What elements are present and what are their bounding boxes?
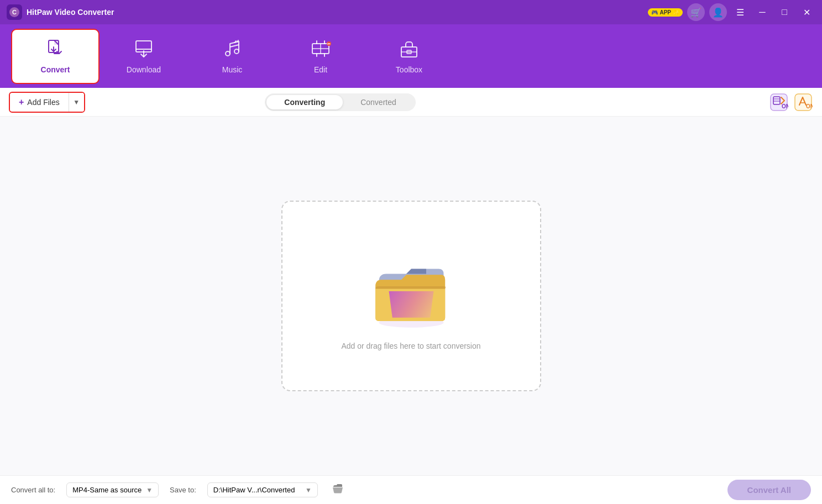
title-bar-right: 🎮 APP ✨ 🛒 👤 ☰ ─ □ ✕ xyxy=(648,3,815,21)
minimize-button[interactable]: ─ xyxy=(753,4,771,20)
path-dropdown-arrow-icon: ▼ xyxy=(305,486,312,494)
main-content: Add or drag files here to start conversi… xyxy=(0,117,822,475)
nav-label-convert: Convert xyxy=(41,65,70,74)
dropdown-arrow-icon: ▼ xyxy=(73,98,80,106)
hw-accel-2-button[interactable]: ON xyxy=(793,92,813,112)
format-dropdown-arrow-icon: ▼ xyxy=(146,486,153,494)
nav-item-download[interactable]: Download xyxy=(100,29,188,84)
nav-label-toolbox: Toolbox xyxy=(396,65,422,74)
toolbox-icon xyxy=(399,38,420,62)
save-path-value: D:\HitPaw V...r\Converted xyxy=(213,486,295,494)
drop-zone[interactable]: Add or drag files here to start conversi… xyxy=(281,201,541,391)
save-to-label: Save to: xyxy=(170,486,196,494)
nav-item-convert[interactable]: Convert xyxy=(11,29,100,84)
nav-label-download: Download xyxy=(127,65,161,74)
plus-icon: + xyxy=(19,97,24,107)
cart-button[interactable]: 🛒 xyxy=(687,3,705,21)
add-files-button[interactable]: + Add Files ▼ xyxy=(9,92,85,113)
nav-label-music: Music xyxy=(222,65,243,74)
close-button[interactable]: ✕ xyxy=(798,4,815,20)
nav-item-toolbox[interactable]: Toolbox xyxy=(365,29,453,84)
toolbar: + Add Files ▼ Converting Converted ON xyxy=(0,88,822,117)
convert-all-button[interactable]: Convert All xyxy=(727,480,811,500)
app-badge[interactable]: 🎮 APP ✨ xyxy=(648,8,683,17)
hw-accel-1-button[interactable]: ON xyxy=(769,92,789,112)
tab-converting[interactable]: Converting xyxy=(266,95,343,109)
save-path-select[interactable]: D:\HitPaw V...r\Converted ▼ xyxy=(207,482,318,497)
svg-text:✂: ✂ xyxy=(327,42,331,46)
nav-item-edit[interactable]: ✂ Edit xyxy=(276,29,365,84)
app-title: HitPaw Video Converter xyxy=(27,8,114,17)
add-files-dropdown-btn[interactable]: ▼ xyxy=(69,93,84,112)
drop-hint-text: Add or drag files here to start conversi… xyxy=(341,342,480,350)
add-files-text: Add Files xyxy=(27,98,59,107)
toolbar-right: ON ON xyxy=(769,92,813,112)
tab-converted[interactable]: Converted xyxy=(343,95,414,109)
nav-item-music[interactable]: Music xyxy=(188,29,276,84)
format-value: MP4-Same as source xyxy=(72,486,142,494)
format-select[interactable]: MP4-Same as source ▼ xyxy=(66,482,159,497)
convert-icon xyxy=(45,38,66,62)
music-icon xyxy=(222,38,243,62)
menu-button[interactable]: ☰ xyxy=(731,4,749,20)
folder-illustration xyxy=(362,242,461,330)
edit-icon: ✂ xyxy=(310,38,331,62)
download-icon xyxy=(133,38,154,62)
open-folder-button[interactable] xyxy=(329,481,347,499)
bottom-bar: Convert all to: MP4-Same as source ▼ Sav… xyxy=(0,475,822,504)
nav-bar: Convert Download Music xyxy=(0,24,822,88)
app-icon: C xyxy=(7,4,22,20)
maximize-button[interactable]: □ xyxy=(776,4,793,20)
tab-group: Converting Converted xyxy=(265,93,415,111)
convert-all-to-label: Convert all to: xyxy=(11,486,55,494)
svg-line-5 xyxy=(230,45,239,47)
add-files-main-btn[interactable]: + Add Files xyxy=(10,94,69,111)
title-bar-left: C HitPaw Video Converter xyxy=(7,4,114,20)
svg-text:ON: ON xyxy=(782,103,788,109)
account-button[interactable]: 👤 xyxy=(709,3,727,21)
nav-label-edit: Edit xyxy=(314,65,327,74)
svg-rect-13 xyxy=(407,50,411,54)
svg-text:ON: ON xyxy=(806,103,813,109)
title-bar: C HitPaw Video Converter 🎮 APP ✨ 🛒 👤 ☰ ─… xyxy=(0,0,822,24)
svg-text:C: C xyxy=(12,9,17,15)
